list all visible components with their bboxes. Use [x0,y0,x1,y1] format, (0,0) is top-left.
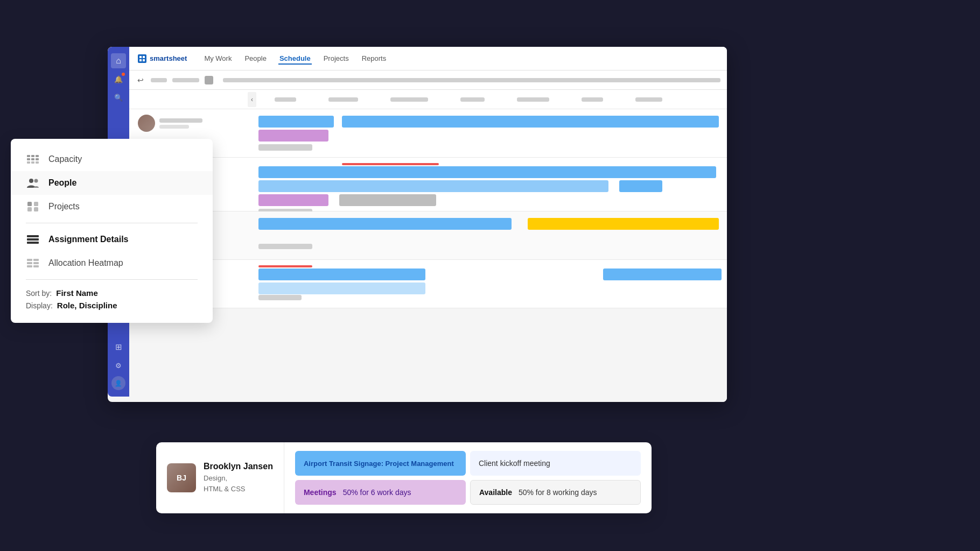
sidebar-grid[interactable]: ⊞ [111,340,126,355]
svg-rect-21 [27,238,39,241]
svg-rect-25 [27,262,32,264]
svg-rect-10 [36,158,39,160]
tooltip-project-label: Airport Transit Signage: Project Managem… [304,460,454,468]
gantt-bar-blue[interactable] [258,269,425,280]
person-cell [129,115,258,132]
assignment-details-label: Assignment Details [48,235,128,244]
tooltip-meetings-value: 50% for 6 work days [343,488,411,497]
logo-text: smartsheet [150,54,187,62]
logo-icon [138,54,146,63]
gantt-bar-purple[interactable] [258,130,328,142]
gantt-bar-blue-brooklyn[interactable] [258,218,512,230]
toolbar-item-4 [223,78,720,82]
person-skeleton-wrap [159,118,202,129]
divider-1 [26,223,198,223]
gantt-bar-blue-1[interactable] [258,166,716,178]
tooltip-person-discipline: HTML & CSS [204,484,273,495]
gantt-bar-gray[interactable] [339,194,436,206]
tooltip-cell-kickoff: Client kickoff meeting [470,451,641,476]
col-header-skel-4 [460,97,485,102]
capacity-icon [26,154,40,165]
tooltip-cell-meetings: Meetings 50% for 6 work days [295,480,466,505]
rows-icon [27,235,39,244]
svg-point-14 [29,179,33,183]
gantt-bars [258,265,727,308]
sidebar-settings[interactable]: ⚙ [111,358,126,373]
tooltip-meetings-label: Meetings [304,488,337,497]
svg-rect-2 [143,56,145,58]
nav-reports[interactable]: Reports [361,52,388,65]
dropdown-people[interactable]: People [11,171,213,195]
svg-rect-24 [33,259,39,261]
sort-label: Sort by: [26,289,52,298]
svg-rect-18 [27,207,32,211]
svg-point-15 [34,179,38,183]
tooltip-available-value: 50% for 8 working days [519,488,597,497]
tooltip-avatar: BJ [167,463,196,492]
display-label: Display: [26,301,53,310]
projects-icon [26,201,40,212]
grid-icon [27,155,39,164]
svg-rect-7 [36,155,39,157]
svg-rect-20 [27,235,39,237]
col-header-skel-1 [275,97,296,102]
col-header-skel-3 [390,97,428,102]
col-header-skel-6 [582,97,603,102]
svg-rect-4 [143,59,145,61]
table-row [129,109,727,158]
back-chevron[interactable]: ‹ [248,92,256,107]
tooltip-content: Airport Transit Signage: Project Managem… [284,442,652,513]
sidebar-home[interactable]: ⌂ [111,53,126,68]
nav-my-work[interactable]: My Work [203,52,233,65]
tooltip-person-info: Brooklyn Jansen Design, HTML & CSS [204,462,273,494]
svg-rect-1 [139,56,142,58]
nav-schedule[interactable]: Schedule [278,52,312,65]
dropdown-capacity[interactable]: Capacity [11,147,213,171]
gantt-bar-yellow[interactable] [528,218,719,230]
nav-people[interactable]: People [243,52,267,65]
svg-rect-22 [27,242,39,244]
undo-icon[interactable]: ↩ [136,75,145,85]
svg-rect-5 [27,155,30,157]
display-value: Role, Discipline [57,301,117,310]
projects-label: Projects [48,202,80,211]
gantt-bar-blue-2[interactable] [603,269,722,280]
capacity-label: Capacity [48,154,82,164]
sidebar-user[interactable]: 👤 [111,376,125,390]
gantt-bar-blue-light[interactable] [258,282,425,294]
sidebar-notification[interactable]: 🔔 [111,72,126,87]
box-grid-icon [27,202,38,211]
svg-rect-8 [27,158,30,160]
avatar [138,115,155,132]
gantt-bars [258,163,727,211]
people-label: People [48,178,76,188]
tooltip-person-role: Design, [204,473,273,484]
dropdown-assignment-details[interactable]: Assignment Details [11,228,213,251]
svg-rect-16 [27,202,32,206]
col-header-skel-7 [635,97,662,102]
sidebar-search[interactable]: 🔍 [111,90,126,105]
col-header-skel-5 [517,97,549,102]
tooltip-person-name: Brooklyn Jansen [204,462,273,471]
toolbar-item-1 [151,78,167,82]
svg-rect-23 [27,259,32,261]
nav-projects[interactable]: Projects [323,52,350,65]
table-row: BJ [129,211,727,260]
table-row [129,158,727,211]
gantt-bar-red [342,163,439,165]
gantt-bar-purple[interactable] [258,194,328,206]
gantt-bars [258,115,727,158]
gantt-bars [258,217,727,260]
tooltip-card: BJ Brooklyn Jansen Design, HTML & CSS Ai… [156,442,652,513]
gantt-bar-blue-1[interactable] [258,116,334,128]
gantt-bar-blue-2[interactable] [342,116,719,128]
people-icon [27,178,39,188]
heatmap-label: Allocation Heatmap [48,258,123,268]
dropdown-heatmap[interactable]: Allocation Heatmap [11,251,213,275]
svg-rect-11 [27,161,30,164]
toolbar-item-2 [172,78,199,82]
table-row [129,260,727,308]
dropdown-projects[interactable]: Projects [11,195,213,218]
svg-rect-0 [138,54,146,63]
gantt-bar-blue-2[interactable] [258,180,608,192]
